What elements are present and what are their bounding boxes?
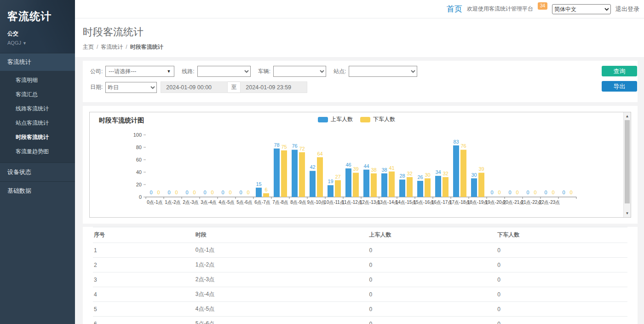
bar-value-label: 28 [399, 173, 405, 179]
table-cell: 4 [93, 287, 195, 302]
bar-value-label: 0 [193, 190, 196, 195]
breadcrumb-item[interactable]: 主页 [83, 44, 94, 50]
table-header-cell: 时段 [195, 227, 368, 243]
bar-board [471, 179, 477, 197]
date-to-input[interactable] [240, 81, 307, 93]
bar-value-label: 30 [425, 172, 430, 178]
table-cell: 3点-4点 [195, 287, 368, 302]
bar-value-label: 0 [239, 190, 242, 195]
time-slot-table: 序号时段上车人数下车人数 10点-1点0021点-2点0032点-3点0043点… [93, 227, 627, 324]
bar-value-label: 75 [281, 144, 287, 150]
bar-alight [443, 177, 448, 197]
bar-alight [299, 152, 305, 197]
x-axis-category-label: 0点-1点 [147, 200, 162, 205]
table-cell: 0 [368, 317, 496, 324]
table-cell: 0 [496, 258, 627, 272]
bar-value-label: 0 [526, 190, 529, 195]
bar-value-label: 76 [460, 143, 466, 149]
scroll-up-icon[interactable]: ▲ [624, 113, 631, 120]
topbar: 首页 欢迎使用客流统计管理平台 34 简体中文 退出登录 [75, 0, 644, 18]
sidebar-item[interactable]: 客流汇总 [0, 87, 75, 102]
bar-value-label: 0 [203, 190, 206, 195]
table-header-cell: 下车人数 [496, 227, 627, 243]
sidebar-item[interactable]: 站点客流统计 [0, 116, 75, 130]
y-axis-label: 20 [136, 182, 142, 187]
org-label: 公交 [7, 30, 68, 38]
sidebar-item[interactable]: 线路客流统计 [0, 102, 75, 116]
bar-value-label: 15 [256, 181, 261, 187]
bar-alight [425, 179, 431, 197]
chevron-down-icon: ▼ [23, 41, 27, 46]
bar-value-label: 46 [345, 162, 351, 168]
company-label: 公司: [90, 68, 103, 75]
legend-swatch-board [318, 117, 328, 122]
station-select[interactable] [349, 66, 417, 77]
bar-alight [460, 150, 466, 197]
notification-badge[interactable]: 34 [538, 2, 547, 10]
table-cell: 0 [496, 272, 627, 287]
bar-value-label: 0 [211, 190, 213, 195]
sidebar-item[interactable]: 客流量趋势图 [0, 145, 75, 159]
welcome-text: 欢迎使用客流统计管理平台 [467, 5, 533, 13]
logout-link[interactable]: 退出登录 [615, 5, 639, 13]
table-cell: 0 [368, 302, 496, 317]
table-row: 21点-2点00 [93, 258, 627, 272]
org-code-dropdown[interactable]: AQGJ▼ [7, 40, 68, 46]
table-cell: 0 [368, 272, 496, 287]
breadcrumb-separator: / [97, 44, 98, 50]
bar-board [256, 188, 262, 197]
bar-value-label: 0 [175, 190, 178, 195]
bar-value-label: 34 [435, 169, 441, 175]
bar-value-label: 0 [157, 190, 160, 195]
table-header-cell: 上车人数 [368, 227, 496, 243]
date-to-label: 至 [228, 81, 240, 93]
bar-board [345, 168, 351, 197]
bar-value-label: 64 [317, 151, 322, 156]
export-button[interactable]: 导出 [602, 81, 637, 92]
page-heading: 时段客流统计 主页/客流统计/时段客流统计 [75, 18, 644, 57]
company-select[interactable]: ---请选择--- ▼ [105, 66, 174, 77]
table-cell: 0 [368, 243, 496, 258]
breadcrumb-item[interactable]: 客流统计 [101, 44, 123, 50]
bar-value-label: 0 [229, 190, 231, 195]
main-area: 首页 欢迎使用客流统计管理平台 34 简体中文 退出登录 时段客流统计 主页/客… [75, 0, 644, 324]
home-link[interactable]: 首页 [447, 4, 462, 14]
bar-value-label: 83 [453, 139, 459, 145]
table-header-row: 序号时段上车人数下车人数 [93, 227, 627, 243]
line-select[interactable] [197, 66, 251, 77]
bar-value-label: 0 [552, 190, 554, 195]
vehicle-select[interactable] [273, 66, 326, 77]
query-button[interactable]: 查询 [602, 66, 637, 76]
sidebar-item[interactable]: 客流明细 [0, 73, 75, 87]
sidebar-item[interactable]: 时段客流统计 [0, 130, 75, 145]
bar-value-label: 78 [274, 142, 279, 148]
date-from-input[interactable] [161, 81, 228, 93]
bar-alight [407, 177, 413, 197]
table-cell: 0 [368, 287, 496, 302]
filter-panel: 公司: ---请选择--- ▼ 线路: 车辆: 站点: 日期: 昨日 [83, 61, 638, 102]
sidebar-section-device-status[interactable]: 设备状态 [0, 162, 75, 181]
table-row: 65点-6点00 [93, 317, 627, 324]
chart-scrollbar[interactable]: ▲ ▼ [623, 112, 631, 217]
bar-value-label: 0 [562, 190, 565, 195]
bar-value-label: 38 [371, 167, 376, 173]
bar-board [399, 179, 405, 197]
table-cell: 0 [496, 287, 627, 302]
scroll-down-icon[interactable]: ▼ [624, 210, 631, 217]
sidebar-section-passenger-stats[interactable]: 客流统计 [0, 53, 75, 71]
sidebar: 客流统计 公交 AQGJ▼ 客流统计 客流明细客流汇总线路客流统计站点客流统计时… [0, 0, 75, 324]
bar-value-label: 39 [353, 166, 358, 172]
date-preset-select[interactable]: 昨日 [105, 82, 157, 93]
chart-panel: 时段车流统计图 上车人数 下车人数 020406080100000点-1点001… [83, 106, 638, 224]
table-body: 10点-1点0021点-2点0032点-3点0043点-4点0054点-5点00… [93, 243, 627, 324]
scrollbar-thumb[interactable] [625, 120, 630, 203]
bar-value-label: 0 [490, 190, 493, 195]
bar-chart-svg: 020406080100000点-1点001点-2点002点-3点003点-4点… [90, 122, 621, 214]
bar-board [292, 150, 298, 197]
x-axis-category-label: 22点-23点 [539, 200, 560, 205]
sidebar-section-base-data[interactable]: 基础数据 [0, 181, 75, 200]
language-select[interactable]: 简体中文 [552, 4, 611, 14]
bar-alight [335, 180, 341, 197]
bar-value-label: 0 [498, 190, 500, 195]
breadcrumb: 主页/客流统计/时段客流统计 [83, 43, 637, 51]
